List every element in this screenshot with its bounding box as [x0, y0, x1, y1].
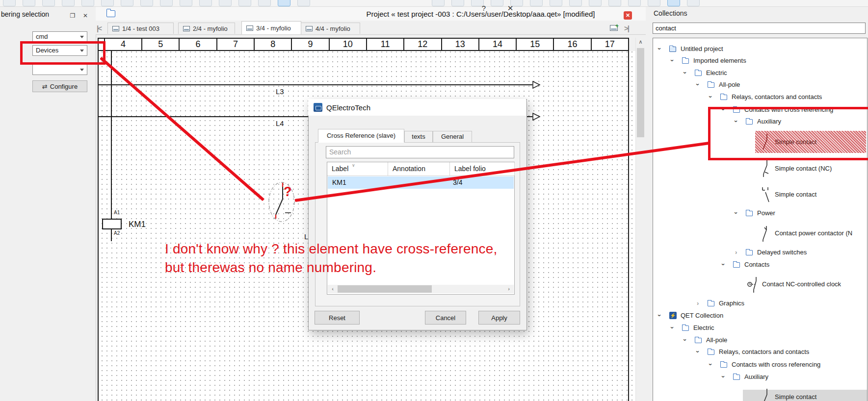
table-header-label[interactable]: Label: [327, 162, 388, 175]
table-horizontal-scrollbar[interactable]: ‹›: [328, 285, 514, 293]
tree-item-relays-contactors-and-contacts[interactable]: ›Relays, contactors and contacts: [653, 91, 866, 103]
wire-vertical-stub[interactable]: [111, 229, 112, 241]
tree-item-imported-elements[interactable]: ›Imported elements: [653, 55, 866, 67]
scroll-left-icon[interactable]: ‹: [329, 285, 337, 293]
last-folio-button[interactable]: >|: [624, 24, 629, 32]
toolbar-icon[interactable]: [451, 0, 464, 6]
tree-item-simple-contact-nc[interactable]: Simple contact (NC): [653, 163, 866, 175]
folio-tab-1[interactable]: 1/4 - test 003: [107, 23, 174, 34]
first-folio-button[interactable]: |<: [97, 24, 101, 32]
dock-close-icon[interactable]: ✕: [81, 12, 89, 20]
chevron-down-icon[interactable]: ›: [682, 72, 689, 74]
chevron-down-icon[interactable]: ›: [669, 326, 676, 328]
dialog-search-input[interactable]: Search: [326, 146, 514, 158]
toolbar-icon[interactable]: [238, 0, 251, 6]
toolbar-icon[interactable]: [62, 0, 75, 6]
conductor-label-l3[interactable]: L3: [275, 87, 285, 96]
chevron-right-icon[interactable]: ›: [697, 300, 699, 307]
folio-tab-2[interactable]: 2/4 - myfolio: [178, 23, 235, 34]
chevron-down-icon[interactable]: ›: [682, 339, 689, 341]
dialog-titlebar[interactable]: QElectroTech: [308, 99, 526, 116]
toolbar-icon[interactable]: [219, 0, 232, 6]
cancel-button[interactable]: Cancel: [425, 311, 466, 325]
tree-item-graphics[interactable]: ›Graphics: [653, 298, 866, 309]
numbering-cmd-select[interactable]: cmd: [32, 31, 87, 42]
chevron-down-icon[interactable]: ›: [720, 263, 727, 265]
scroll-up-icon[interactable]: ∧: [635, 39, 646, 48]
chevron-down-icon[interactable]: ›: [707, 96, 714, 98]
toolbar-icon[interactable]: [432, 0, 445, 6]
dialog-tab-cross-reference-slave-[interactable]: Cross Reference (slave): [318, 129, 404, 143]
toolbar-icon[interactable]: [648, 0, 660, 6]
toolbar-icon[interactable]: [687, 0, 700, 6]
chevron-down-icon[interactable]: ›: [656, 314, 663, 316]
toolbar-icon[interactable]: [81, 0, 94, 6]
toolbar-icon[interactable]: [297, 0, 310, 6]
toolbar-icon[interactable]: [180, 0, 192, 6]
chevron-down-icon[interactable]: ›: [707, 363, 714, 365]
toolbar-icon[interactable]: [160, 0, 173, 6]
km1-coil-element[interactable]: [102, 219, 122, 229]
toolbar-icon[interactable]: [3, 0, 16, 6]
canvas-scrollbar-thumb[interactable]: [637, 48, 644, 137]
reset-button[interactable]: Reset: [315, 311, 360, 325]
chevron-down-icon[interactable]: ›: [694, 83, 702, 85]
toolbar-icon[interactable]: [199, 0, 212, 6]
toolbar-icon[interactable]: [42, 0, 55, 6]
toolbar-icon[interactable]: [589, 0, 602, 6]
scroll-right-icon[interactable]: ›: [505, 285, 513, 293]
tree-item-electric[interactable]: ›Electric: [653, 67, 866, 79]
table-header-annotation[interactable]: Annotation: [388, 162, 450, 175]
chevron-down-icon[interactable]: ›: [720, 376, 727, 377]
tree-item-simple-contact[interactable]: Simple contact: [653, 189, 866, 200]
toolbar-icon[interactable]: [550, 0, 562, 6]
toolbar-icon[interactable]: [667, 0, 680, 6]
tree-item-power[interactable]: ›Power: [653, 207, 866, 219]
tree-item-qet-collection[interactable]: ›⚡QET Collection: [653, 310, 866, 322]
tree-item-relays-contactors-and-contacts[interactable]: ›Relays, contactors and contacts: [653, 346, 866, 358]
collections-search-input[interactable]: [653, 23, 866, 34]
tree-item-contact-power-contactor-n[interactable]: Contact power contactor (N: [653, 227, 866, 239]
tree-item-all-pole[interactable]: ›All-pole: [653, 334, 866, 346]
chevron-down-icon[interactable]: ›: [669, 59, 676, 61]
cross-reference-question-marker[interactable]: ?: [284, 184, 292, 200]
collections-tree[interactable]: ›Untitled project›Imported elements›Elec…: [653, 38, 868, 401]
apply-button[interactable]: Apply: [478, 311, 520, 325]
tree-item-delayed-switches[interactable]: ›Delayed switches: [653, 247, 866, 258]
toolbar-icon[interactable]: [491, 0, 503, 6]
numbering-empty-select[interactable]: [32, 64, 87, 75]
sort-indicator-icon[interactable]: ∨: [352, 163, 355, 168]
tree-item-electric[interactable]: ›Electric: [653, 322, 866, 334]
tree-item-simple-contact[interactable]: Simple contact: [653, 391, 866, 401]
km1-label[interactable]: KM1: [129, 220, 146, 229]
dialog-close-button[interactable]: ✕: [504, 3, 516, 14]
dock-float-icon[interactable]: ❐: [69, 12, 77, 20]
chevron-down-icon[interactable]: ›: [694, 351, 702, 352]
toolbar-icon[interactable]: [278, 0, 290, 6]
configure-button[interactable]: ⇄ Configure: [32, 80, 87, 92]
tree-item-untitled-project[interactable]: ›Untitled project: [653, 43, 866, 55]
dialog-help-button[interactable]: ?: [478, 3, 490, 14]
project-close-button[interactable]: ✕: [624, 11, 632, 20]
toolbar-icon[interactable]: [608, 0, 621, 6]
conductor-label-l4[interactable]: L4: [275, 119, 285, 127]
tree-item-contacts[interactable]: ›Contacts: [653, 259, 866, 271]
toolbar-icon[interactable]: [23, 0, 35, 6]
toolbar-icon[interactable]: [121, 0, 133, 6]
chevron-right-icon[interactable]: ›: [735, 249, 737, 256]
folio-tab-3[interactable]: 3/4 - myfolio: [241, 21, 301, 34]
toolbar-icon[interactable]: [569, 0, 582, 6]
toolbar-icon[interactable]: [628, 0, 641, 6]
tree-item-contact-nc-controlled-clock[interactable]: Contact NC-controlled clock: [653, 278, 866, 290]
toolbar-icon[interactable]: [101, 0, 114, 6]
wire-vertical[interactable]: [111, 51, 112, 219]
chevron-down-icon[interactable]: ›: [656, 48, 663, 50]
toolbar-icon[interactable]: [140, 0, 153, 6]
selected-contact-element[interactable]: [267, 180, 297, 224]
tree-item-auxiliary[interactable]: ›Auxiliary: [653, 371, 866, 383]
chevron-down-icon[interactable]: ›: [733, 212, 740, 214]
dialog-tab-texts[interactable]: texts: [404, 131, 433, 143]
tree-item-contacts-with-cross-referencing[interactable]: ›Contacts with cross referencing: [653, 359, 866, 371]
table-scrollbar-thumb[interactable]: [338, 285, 432, 293]
dialog-tab-general[interactable]: General: [433, 131, 472, 143]
